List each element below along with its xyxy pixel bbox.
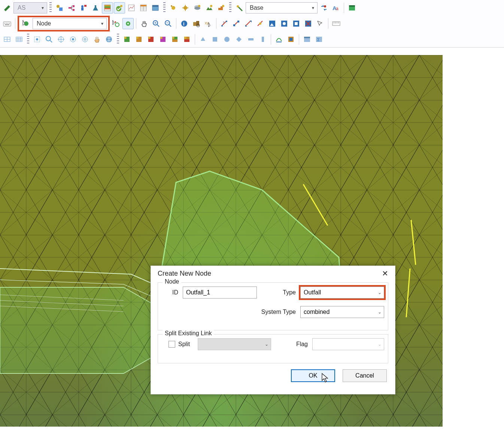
panel-b-icon[interactable]: Σ — [313, 34, 325, 45]
text-style-icon[interactable]: Aa — [330, 2, 341, 13]
svg-line-53 — [157, 25, 159, 27]
img-b-icon[interactable] — [279, 18, 290, 29]
svg-point-75 — [283, 22, 286, 25]
window-icon[interactable] — [150, 2, 161, 13]
zoom-target-icon[interactable] — [43, 34, 55, 45]
net-a-icon[interactable] — [219, 18, 230, 29]
id-input[interactable] — [183, 287, 257, 299]
section-a-icon[interactable] — [273, 34, 285, 45]
dialog-button-row: OK Cancel — [151, 367, 395, 382]
svg-rect-12 — [104, 8, 110, 9]
layer-combo[interactable]: AS▾ — [13, 2, 47, 13]
zoom-out-icon[interactable] — [163, 18, 174, 29]
select-node-icon[interactable] — [110, 18, 122, 29]
img-c-icon[interactable] — [291, 18, 302, 29]
svg-point-112 — [160, 37, 163, 39]
base-combo[interactable]: Base▾ — [246, 2, 318, 13]
new-object-icon[interactable] — [54, 2, 65, 13]
svg-rect-33 — [221, 6, 223, 10]
stack-2-icon[interactable] — [133, 34, 145, 45]
poly-b-icon[interactable] — [209, 34, 221, 45]
net-d-icon[interactable] — [255, 18, 266, 29]
xy-locate-icon[interactable]: xy — [203, 18, 214, 29]
poly-a-icon[interactable] — [197, 34, 209, 45]
stack-5-icon[interactable] — [169, 34, 180, 45]
svg-rect-44 — [7, 23, 8, 24]
svg-point-31 — [210, 5, 212, 7]
tree-icon[interactable] — [66, 2, 77, 13]
grid-b-icon[interactable] — [13, 34, 25, 45]
poly-f-icon[interactable] — [257, 34, 268, 45]
close-icon[interactable]: ✕ — [379, 267, 391, 280]
grid-a-icon[interactable] — [1, 34, 13, 45]
stack-icon[interactable] — [192, 2, 203, 13]
ok-button[interactable]: OK — [291, 369, 335, 382]
poly-e-icon[interactable] — [245, 34, 256, 45]
keyboard-icon[interactable] — [1, 18, 13, 29]
ruler-icon[interactable] — [331, 18, 342, 29]
section-b-icon[interactable] — [285, 34, 297, 45]
panel-a-icon[interactable] — [301, 34, 313, 45]
cancel-button[interactable]: Cancel — [343, 369, 387, 382]
svg-marker-119 — [201, 37, 205, 41]
compare-icon[interactable] — [318, 2, 330, 13]
dialog-title-text: Create New Node — [158, 270, 211, 278]
net-b-icon[interactable] — [231, 18, 242, 29]
chart-icon[interactable] — [126, 2, 137, 13]
map-canvas[interactable]: Create New Node ✕ Node ID Type Outfall ⌄… — [0, 48, 504, 427]
target-b-icon[interactable] — [67, 34, 79, 45]
svg-rect-127 — [289, 38, 292, 41]
poly-d-icon[interactable] — [233, 34, 245, 45]
stack-4-icon[interactable] — [157, 34, 168, 45]
grid-panel-a-icon[interactable] — [102, 2, 113, 13]
table-icon[interactable] — [138, 2, 149, 13]
blocks-icon[interactable] — [216, 2, 227, 13]
terrain-icon[interactable] — [204, 2, 215, 13]
type-select[interactable]: Outfall ⌄ — [300, 287, 384, 299]
sparkle-c-icon[interactable] — [234, 2, 245, 13]
dialog-titlebar[interactable]: Create New Node ✕ — [151, 266, 395, 281]
target-c-icon[interactable] — [79, 34, 91, 45]
net-c-icon[interactable] — [243, 18, 254, 29]
svg-rect-61 — [193, 22, 196, 26]
stack-6-icon[interactable] — [181, 34, 192, 45]
find-address-icon[interactable] — [191, 18, 202, 29]
svg-marker-0 — [4, 5, 10, 11]
separator — [328, 18, 328, 29]
svg-rect-20 — [140, 5, 146, 6]
flask-icon[interactable] — [90, 2, 101, 13]
new-node-tool-icon[interactable] — [21, 18, 32, 29]
svg-rect-87 — [16, 37, 22, 42]
cursor-a-icon[interactable] — [315, 18, 326, 29]
svg-rect-43 — [6, 23, 7, 24]
grip-icon — [229, 2, 231, 13]
separator — [344, 3, 344, 13]
svg-point-48 — [115, 23, 119, 27]
object-type-combo[interactable]: Node▾ — [33, 18, 107, 29]
globe-icon[interactable] — [103, 34, 115, 45]
info-select-icon[interactable]: i — [179, 18, 190, 29]
hand-icon[interactable] — [91, 34, 103, 45]
zoom-in-icon[interactable] — [151, 18, 162, 29]
img-d-icon[interactable] — [303, 18, 314, 29]
layers-panel-icon[interactable] — [346, 2, 358, 13]
split-checkbox[interactable] — [168, 341, 175, 348]
snap-node-icon[interactable] — [122, 18, 134, 29]
poly-c-icon[interactable] — [221, 34, 233, 45]
svg-line-57 — [169, 25, 171, 27]
validation-icon[interactable] — [114, 2, 125, 13]
stack-3-icon[interactable] — [145, 34, 157, 45]
target-a-icon[interactable] — [55, 34, 67, 45]
pen-icon[interactable] — [1, 2, 13, 13]
stack-1-icon[interactable] — [121, 34, 133, 45]
person-flag-icon[interactable] — [78, 2, 89, 13]
sparkle-a-icon[interactable] — [168, 2, 179, 13]
svg-text:Σ: Σ — [317, 37, 320, 42]
base-combo-text: Base — [250, 4, 263, 11]
extent-icon[interactable] — [31, 34, 43, 45]
svg-point-30 — [198, 5, 200, 7]
sparkle-b-icon[interactable] — [180, 2, 191, 13]
pan-icon[interactable] — [139, 18, 150, 29]
img-a-icon[interactable] — [267, 18, 278, 29]
system-type-select[interactable]: combined ⌄ — [300, 306, 384, 318]
